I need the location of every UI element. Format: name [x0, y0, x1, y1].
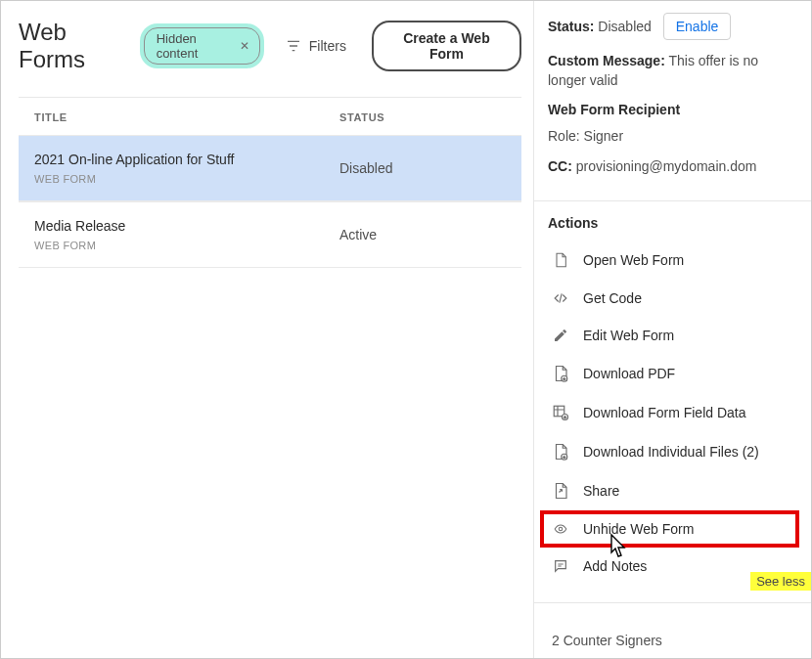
action-download-individual-files[interactable]: Download Individual Files (2): [548, 432, 797, 471]
action-label: Open Web Form: [583, 252, 684, 268]
row-subtitle: WEB FORM: [34, 173, 339, 185]
recipient-heading: Web Form Recipient: [548, 102, 797, 117]
chip-label: Hidden content: [157, 31, 234, 61]
action-share[interactable]: Share: [548, 471, 797, 510]
action-label: Share: [583, 483, 619, 499]
custom-message-label: Custom Message:: [548, 53, 665, 68]
status-row: Status: Disabled Enable: [548, 13, 797, 40]
close-icon[interactable]: ✕: [240, 39, 249, 53]
enable-button[interactable]: Enable: [663, 13, 732, 40]
table-header: TITLE STATUS: [19, 98, 521, 135]
actions-heading: Actions: [548, 215, 797, 231]
filter-chip-hidden-content[interactable]: Hidden content ✕: [144, 27, 260, 65]
status-label: Status:: [548, 19, 594, 34]
note-icon: [552, 558, 569, 574]
action-label: Edit Web Form: [583, 328, 674, 343]
custom-message-row: Custom Message: This offer is no longer …: [548, 52, 797, 90]
main-panel: Web Forms Hidden content ✕ Filters Creat…: [1, 1, 533, 658]
role-label: Role:: [548, 128, 580, 144]
col-header-status: STATUS: [339, 111, 506, 123]
filter-icon: [286, 38, 301, 54]
download-files-icon: [552, 443, 569, 461]
header-row: Web Forms Hidden content ✕ Filters Creat…: [19, 19, 521, 73]
cc-row: CC: provisioning@mydomain.dom: [548, 157, 797, 177]
action-edit-web-form[interactable]: Edit Web Form: [548, 317, 797, 354]
see-less-link[interactable]: See less: [750, 572, 811, 591]
action-label: Add Notes: [583, 558, 647, 574]
action-get-code[interactable]: Get Code: [548, 280, 797, 317]
create-label: Create a Web Form: [403, 30, 489, 62]
table-row[interactable]: Media Release WEB FORM Active: [19, 201, 521, 268]
row-subtitle: WEB FORM: [34, 240, 339, 251]
row-status: Active: [339, 227, 506, 242]
row-title: 2021 On-line Application for Stuff: [34, 152, 339, 167]
divider: [534, 602, 811, 603]
action-download-pdf[interactable]: Download PDF: [548, 354, 797, 393]
highlight-annotation: [540, 510, 799, 548]
col-header-title: TITLE: [34, 111, 339, 123]
download-form-icon: [552, 404, 569, 421]
counter-signers[interactable]: 2 Counter Signers: [548, 617, 797, 658]
action-label: Download Form Field Data: [583, 405, 746, 420]
document-icon: [552, 251, 569, 269]
page-title: Web Forms: [19, 19, 130, 73]
filters-button[interactable]: Filters: [274, 32, 358, 60]
action-label: Download PDF: [583, 366, 675, 381]
cc-label: CC:: [548, 158, 572, 174]
create-web-form-button[interactable]: Create a Web Form: [372, 21, 521, 71]
action-unhide-web-form[interactable]: Unhide Web Form: [548, 510, 797, 548]
code-icon: [552, 291, 569, 305]
row-title: Media Release: [34, 218, 339, 234]
role-value: Signer: [584, 128, 623, 144]
share-icon: [552, 482, 569, 500]
details-panel: Status: Disabled Enable Custom Message: …: [533, 1, 811, 658]
web-forms-table: TITLE STATUS 2021 On-line Application fo…: [19, 97, 521, 268]
action-label: Download Individual Files (2): [583, 444, 759, 460]
role-row: Role: Signer: [548, 127, 797, 147]
download-pdf-icon: [552, 365, 569, 382]
table-row[interactable]: 2021 On-line Application for Stuff WEB F…: [19, 135, 521, 201]
action-label: Get Code: [583, 290, 642, 306]
row-status: Disabled: [339, 160, 506, 176]
filters-label: Filters: [309, 38, 346, 54]
divider: [534, 200, 811, 201]
page: Web Forms Hidden content ✕ Filters Creat…: [0, 0, 812, 659]
action-download-form-data[interactable]: Download Form Field Data: [548, 393, 797, 432]
cc-value: provisioning@mydomain.dom: [576, 158, 757, 174]
action-open-web-form[interactable]: Open Web Form: [548, 241, 797, 280]
pencil-icon: [552, 328, 569, 343]
status-value: Disabled: [598, 19, 651, 34]
action-list: Open Web Form Get Code Edit Web Form Dow…: [548, 241, 797, 585]
